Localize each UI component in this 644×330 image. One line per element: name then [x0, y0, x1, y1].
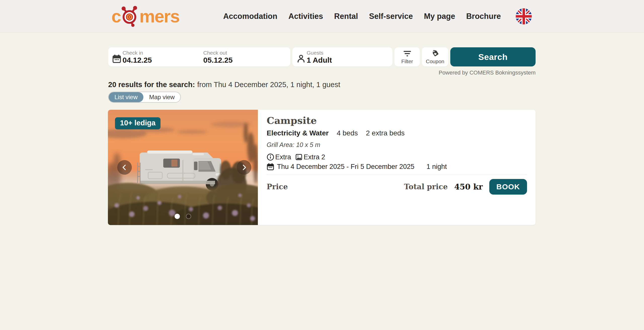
chevron-right-icon [240, 164, 248, 171]
check-out-field[interactable]: Check out 05.12.25 [199, 47, 290, 66]
guests-label: Guests [307, 50, 332, 56]
uk-flag-icon[interactable] [515, 8, 532, 25]
check-in-field[interactable]: Check in 04.12.25 [108, 47, 199, 66]
calendar-icon [267, 163, 274, 170]
results-count: 20 results for the search: [108, 81, 195, 89]
logo[interactable]: c mers [111, 6, 179, 27]
price-row: Price Total price 450 kr BOOK [267, 179, 527, 195]
powered-by-text: Powered by COMERS Bokningssystem [439, 69, 536, 76]
guests-card: Guests 1 Adult [292, 47, 392, 66]
availability-badge: 10+ lediga [115, 117, 160, 129]
coupon-tag-icon [431, 50, 439, 58]
carousel-dot-1[interactable] [175, 214, 180, 219]
carousel-dots [175, 214, 191, 219]
nav-rental[interactable]: Rental [334, 12, 358, 21]
coupon-label: Coupon [426, 58, 445, 64]
price-right-group: Total price 450 kr BOOK [404, 179, 527, 195]
total-price-value: 450 kr [454, 182, 483, 191]
price-label: Price [267, 182, 288, 191]
coupon-button[interactable]: Coupon [422, 47, 448, 66]
dates-card: Check in 04.12.25 Check out 05.12.25 [108, 47, 290, 66]
map-view-tab[interactable]: Map view [143, 92, 180, 102]
card-extras: Extra Extra 2 [267, 153, 527, 161]
image-icon [295, 153, 303, 161]
date-range: Thu 4 December 2025 - Fri 5 December 202… [277, 163, 414, 171]
nav-self-service[interactable]: Self-service [369, 12, 413, 21]
view-toggle: List view Map view [108, 92, 181, 103]
nav-brochure[interactable]: Brochure [466, 12, 501, 21]
extra-photo-item[interactable]: Extra 2 [295, 153, 325, 161]
nav-accomodation[interactable]: Accomodation [223, 12, 277, 21]
carousel-dot-2[interactable] [186, 214, 191, 219]
extra-info-item[interactable]: Extra [267, 153, 291, 161]
filter-label: Filter [401, 58, 413, 64]
check-out-value: 05.12.25 [203, 56, 233, 64]
nights-count: 1 night [426, 163, 447, 171]
total-price-label: Total price [404, 182, 448, 191]
card-note: Grill Area: 10 x 5 m [267, 141, 527, 149]
guests-field[interactable]: Guests 1 Adult [292, 47, 392, 66]
filter-button[interactable]: Filter [394, 47, 420, 66]
card-dates: Thu 4 December 2025 - Fri 5 December 202… [267, 163, 527, 171]
filter-icon [403, 50, 411, 58]
carousel-next-button[interactable] [237, 160, 251, 175]
card-details: Campsite Electricity & Water 4 beds 2 ex… [258, 110, 536, 225]
nav-my-page[interactable]: My page [424, 12, 455, 21]
logo-text-right: mers [139, 8, 179, 25]
main-content: Check in 04.12.25 Check out 05.12.25 Gue… [0, 33, 644, 330]
feature-primary: Electricity & Water [267, 129, 329, 137]
results-criteria: from Thu 4 December 2025, 1 night, 1 gue… [197, 81, 340, 89]
nav-activities[interactable]: Activities [289, 12, 323, 21]
guests-value: 1 Adult [307, 56, 332, 64]
card-photo-carousel: 10+ lediga [108, 110, 258, 225]
extra-photo-label: Extra 2 [304, 153, 325, 161]
main-nav: Accomodation Activities Rental Self-serv… [223, 12, 501, 21]
info-icon [267, 153, 274, 161]
header: c mers Accomodation Activities Rental Se… [0, 0, 644, 33]
feature-beds: 4 beds [337, 129, 358, 137]
results-summary: 20 results for the search:from Thu 4 Dec… [108, 81, 340, 89]
extra-info-label: Extra [275, 153, 291, 161]
search-button[interactable]: Search [450, 47, 536, 66]
comers-bug-icon [120, 6, 140, 27]
check-out-label: Check out [203, 50, 233, 56]
person-icon [296, 54, 305, 63]
check-in-label: Check in [123, 50, 152, 56]
carousel-prev-button[interactable] [117, 160, 132, 175]
list-view-tab[interactable]: List view [109, 92, 143, 102]
card-divider [267, 175, 527, 175]
calendar-icon [112, 54, 121, 63]
check-in-value: 04.12.25 [123, 56, 152, 64]
card-title: Campsite [267, 115, 527, 126]
book-button[interactable]: BOOK [489, 179, 527, 195]
result-card: 10+ lediga Campsite Electricity & Water [108, 110, 536, 225]
search-bar: Check in 04.12.25 Check out 05.12.25 Gue… [108, 47, 536, 66]
card-features: Electricity & Water 4 beds 2 extra beds [267, 129, 527, 137]
logo-text-left: c [111, 8, 121, 25]
chevron-left-icon [121, 164, 128, 171]
feature-extra-beds: 2 extra beds [366, 129, 405, 137]
